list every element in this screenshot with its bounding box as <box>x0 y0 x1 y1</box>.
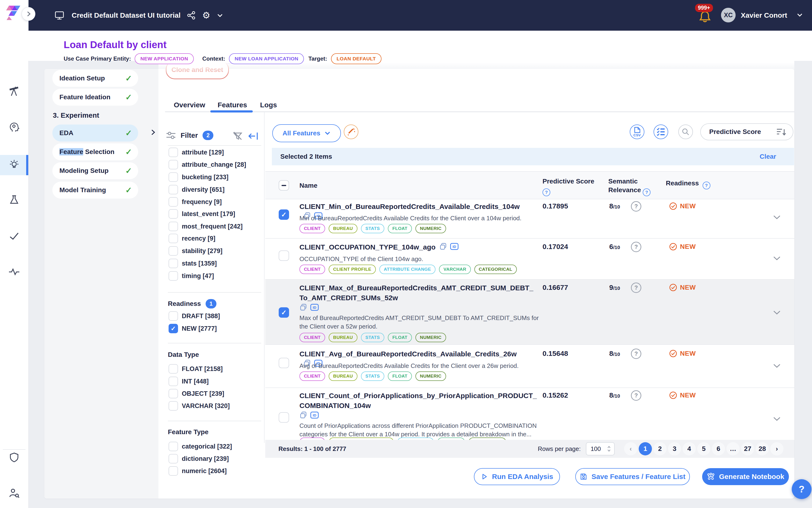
expand-row-chevron-down-icon[interactable] <box>772 363 781 368</box>
filter-option-new[interactable]: ✓NEW [2777] <box>169 323 217 334</box>
rail-item-monitoring[interactable] <box>0 262 28 282</box>
generate-notebook-button[interactable]: Generate Notebook <box>702 468 789 485</box>
run-eda-analysis-button[interactable]: Run EDA Analysis <box>474 468 560 485</box>
page-button-4[interactable]: 4 <box>683 442 696 455</box>
filter-option-stats[interactable]: stats [1359] <box>169 258 217 269</box>
table-row[interactable]: CLIENT_OCCUPATION_TYPE_104w_agoID OCCUPA… <box>265 239 794 280</box>
sort-by-dropdown[interactable]: Predictive Score <box>700 123 794 140</box>
filter-option-numeric[interactable]: numeric [2604] <box>169 466 227 476</box>
checkbox[interactable] <box>169 234 178 243</box>
rail-item-ideation[interactable] <box>0 82 28 102</box>
feature-name-text[interactable]: CLIENT_Avg_of_BureauReportedCredits_Avai… <box>300 350 516 358</box>
rail-item-governance[interactable] <box>0 447 28 467</box>
rail-item-modeling[interactable] <box>0 190 28 210</box>
filter-option-recency[interactable]: recency [9] <box>169 233 216 244</box>
filter-option-varchar[interactable]: VARCHAR [320] <box>169 401 230 411</box>
expand-row-chevron-down-icon[interactable] <box>772 310 781 315</box>
checkbox[interactable] <box>169 185 178 194</box>
column-header-semantic-relevance[interactable]: Semantic Relevance ? <box>608 177 663 196</box>
table-row-highlighted[interactable]: ✓ CLIENT_Max_of_BureauReportedCredits_AM… <box>265 280 794 345</box>
app-logo[interactable] <box>5 5 21 20</box>
checkbox[interactable] <box>169 364 178 374</box>
question-circle-icon[interactable]: ? <box>631 283 641 293</box>
select-all-checkbox[interactable] <box>279 180 289 190</box>
search-button[interactable] <box>678 125 693 139</box>
filter-option-timing[interactable]: timing [47] <box>169 271 214 281</box>
filter-option-most-frequent[interactable]: most_frequent [242] <box>169 221 242 231</box>
row-checkbox[interactable] <box>279 412 289 423</box>
sidenav-item-feature-selection[interactable]: Feature Selection ✓ <box>52 143 138 160</box>
checkbox[interactable] <box>169 147 178 157</box>
column-header-name[interactable]: Name <box>300 181 317 190</box>
filter-option-categorical[interactable]: categorical [322] <box>169 441 232 452</box>
checkbox[interactable] <box>169 209 178 219</box>
rail-item-ai-ideation[interactable] <box>0 117 28 137</box>
table-row[interactable]: CLIENT_Avg_of_BureauReportedCredits_Avai… <box>265 345 794 388</box>
checkbox[interactable] <box>279 250 289 261</box>
collapse-panel-icon[interactable] <box>248 131 259 141</box>
share-icon[interactable] <box>187 11 196 20</box>
sidenav-item-eda[interactable]: EDA ✓ <box>52 125 138 141</box>
sidenav-item-feature-ideation[interactable]: Feature Ideation ✓ <box>52 89 138 105</box>
user-name[interactable]: Xavier Conort <box>741 11 787 19</box>
filter-option-bucketing[interactable]: bucketing [233] <box>169 172 228 182</box>
checkbox[interactable] <box>169 172 178 182</box>
question-circle-icon[interactable]: ? <box>631 242 641 252</box>
question-circle-icon[interactable]: ? <box>631 390 641 401</box>
question-circle-icon[interactable]: ? <box>703 182 710 189</box>
filter-option-diversity[interactable]: diversity [651] <box>169 184 225 195</box>
feature-scope-dropdown[interactable]: All Features <box>272 124 341 142</box>
workspace-chevron-down-icon[interactable] <box>217 13 224 18</box>
filter-option-frequency[interactable]: frequency [9] <box>169 197 222 207</box>
tab-overview[interactable]: Overview <box>174 101 205 109</box>
rail-item-experiment[interactable] <box>0 155 28 175</box>
row-checkbox[interactable] <box>279 358 289 368</box>
user-menu-chevron-down-icon[interactable] <box>797 13 803 17</box>
column-header-readiness[interactable]: Readiness ? <box>666 179 710 189</box>
rail-item-validation[interactable] <box>0 226 28 246</box>
feature-name[interactable]: CLIENT_Count_of_PriorApplications_by_Pri… <box>300 391 538 411</box>
eda-chevron-right-icon[interactable] <box>149 129 156 136</box>
expand-sidebar-button[interactable] <box>22 7 35 21</box>
checkbox[interactable] <box>169 271 178 281</box>
tab-logs[interactable]: Logs <box>260 101 277 109</box>
rows-per-page-select[interactable]: 100 <box>586 442 615 455</box>
filter-option-float[interactable]: FLOAT [2158] <box>169 364 223 374</box>
filter-option-attribute[interactable]: attribute [129] <box>169 147 224 158</box>
row-checkbox[interactable] <box>279 250 289 261</box>
checkbox[interactable] <box>169 259 178 268</box>
expand-row-chevron-down-icon[interactable] <box>772 416 781 421</box>
filter-off-icon[interactable] <box>232 131 243 141</box>
page-button-1[interactable]: 1 <box>639 442 652 455</box>
feature-name-text[interactable]: CLIENT_Min_of_BureauReportedCredits_Avai… <box>300 203 520 210</box>
help-button[interactable]: ? <box>792 479 812 499</box>
filter-option-draft[interactable]: DRAFT [388] <box>169 311 220 321</box>
avatar[interactable]: XC <box>721 8 736 23</box>
row-checkbox[interactable]: ✓ <box>279 307 289 318</box>
column-header-predictive-score[interactable]: Predictive Score ? <box>543 177 594 196</box>
checkbox-checked[interactable]: ✓ <box>169 324 178 333</box>
expand-row-chevron-down-icon[interactable] <box>772 215 781 220</box>
question-circle-icon[interactable]: ? <box>543 188 550 196</box>
filter-option-attribute-change[interactable]: attribute_change [28] <box>169 160 246 170</box>
tab-features[interactable]: Features <box>218 101 247 109</box>
page-button-5[interactable]: 5 <box>697 442 710 455</box>
checkbox[interactable] <box>169 377 178 386</box>
checkbox[interactable] <box>169 442 178 451</box>
copy-icon[interactable] <box>300 411 308 419</box>
checkbox[interactable] <box>169 389 178 398</box>
checkbox-indeterminate[interactable] <box>279 180 289 190</box>
question-circle-icon[interactable]: ? <box>631 201 641 212</box>
checkbox[interactable] <box>169 466 178 476</box>
save-features-button[interactable]: Save Features / Feature List <box>575 468 690 485</box>
copy-icon[interactable] <box>439 243 447 250</box>
checkbox[interactable] <box>169 222 178 231</box>
feature-name-text[interactable]: CLIENT_Count_of_PriorApplications_by_Pri… <box>300 392 537 410</box>
filter-option-latest-event[interactable]: latest_event [179] <box>169 209 235 219</box>
feature-name[interactable]: CLIENT_Max_of_BureauReportedCredits_AMT_… <box>300 283 538 303</box>
checkbox[interactable] <box>279 412 289 423</box>
feature-name[interactable]: CLIENT_OCCUPATION_TYPE_104w_agoID <box>300 242 538 252</box>
question-circle-icon[interactable]: ? <box>631 348 641 359</box>
page-ellipsis[interactable]: … <box>726 442 739 455</box>
checkbox[interactable] <box>169 197 178 207</box>
